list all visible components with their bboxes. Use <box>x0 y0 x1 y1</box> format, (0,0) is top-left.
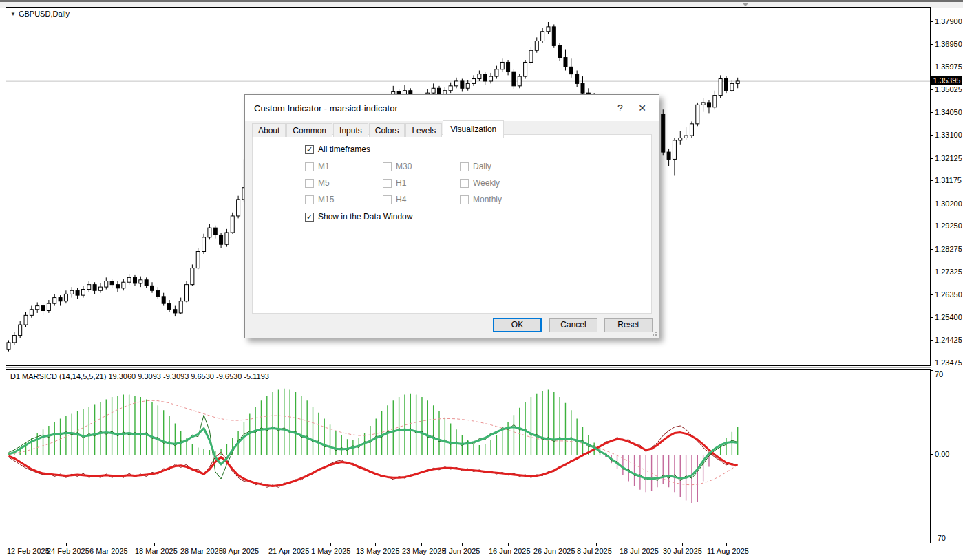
price-axis-tick <box>931 363 933 363</box>
time-axis-label: 6 Mar 2025 <box>89 547 128 555</box>
price-axis-tick <box>931 44 933 45</box>
time-axis-label: 24 Feb 2025 <box>47 547 89 555</box>
tab-visualization[interactable]: Visualization <box>443 120 504 138</box>
checkbox-m30: M30 <box>383 162 412 171</box>
time-axis-label: 23 May 2025 <box>402 547 446 555</box>
price-axis-label: 1.24425 <box>935 336 962 344</box>
price-axis-tick <box>931 272 933 272</box>
time-axis-label: 18 Jul 2025 <box>620 547 659 555</box>
close-icon[interactable]: ✕ <box>631 99 653 117</box>
checkbox-label: H4 <box>396 195 406 204</box>
checkbox-label: M5 <box>318 178 330 188</box>
price-axis-tick <box>931 204 933 204</box>
tab-common[interactable]: Common <box>286 123 332 137</box>
checkbox-checked-icon[interactable]: ✓ <box>305 213 314 222</box>
time-axis-tick <box>154 543 155 546</box>
checkbox-unchecked-icon <box>383 179 392 188</box>
price-axis-tick <box>931 21 933 22</box>
symbol-label[interactable]: ▼ GBPUSD,Daily <box>10 10 70 18</box>
price-axis-tick <box>931 112 933 113</box>
tab-colors[interactable]: Colors <box>369 123 405 137</box>
price-axis-tick <box>931 89 933 90</box>
price-axis-tick <box>931 249 933 250</box>
time-axis-label: 30 Jul 2025 <box>663 547 702 555</box>
time-axis-label: 4 Jun 2025 <box>443 547 480 555</box>
ok-button[interactable]: OK <box>493 318 542 332</box>
indicator-axis[interactable]: 700.00-70 <box>931 369 963 543</box>
visualization-tab-page: ✓ All timeframes M1 M30 Daily M5 H1 <box>252 134 652 314</box>
help-button[interactable]: ? <box>609 99 631 117</box>
price-axis-tick <box>931 340 933 341</box>
checkbox-label: M30 <box>396 162 412 171</box>
checkbox-daily: Daily <box>460 162 491 171</box>
time-axis-tick <box>375 543 376 546</box>
checkbox-unchecked-icon <box>305 162 314 171</box>
time-axis-tick <box>242 543 242 546</box>
time-axis-tick <box>726 543 727 546</box>
symbol-label-text: GBPUSD,Daily <box>19 10 70 18</box>
pane-separator[interactable] <box>6 367 931 368</box>
time-axis-tick <box>109 543 109 546</box>
resize-grip[interactable] <box>651 330 657 336</box>
checkbox-show-data-window[interactable]: ✓ Show in the Data Window <box>305 212 412 222</box>
checkbox-label: Daily <box>473 162 491 171</box>
checkbox-label: M15 <box>318 195 334 204</box>
price-axis-label: 1.33100 <box>935 131 962 139</box>
chart-shift-arrow-icon[interactable] <box>742 3 749 6</box>
tab-inputs[interactable]: Inputs <box>333 123 368 137</box>
cancel-button[interactable]: Cancel <box>549 318 597 332</box>
indicator-axis-tick <box>931 539 933 539</box>
checkbox-monthly: Monthly <box>460 195 502 204</box>
dialog-tabs: About Common Inputs Colors Levels Visual… <box>252 120 505 137</box>
indicator-chart[interactable] <box>6 370 930 543</box>
mt4-terminal-window: ▼ GBPUSD,Daily 1.379001.369501.359751.35… <box>0 0 963 560</box>
indicator-axis-label: 0.00 <box>935 450 949 458</box>
checkbox-unchecked-icon <box>383 162 392 171</box>
price-axis-label: 1.32125 <box>935 154 962 162</box>
time-axis-tick <box>596 543 597 546</box>
time-axis-label: 18 Mar 2025 <box>135 547 178 555</box>
time-axis-tick <box>462 543 463 546</box>
time-axis-label: 9 Apr 2025 <box>222 547 259 555</box>
indicator-label: D1 MARSICD (14,14,5,5,21) 19.3060 9.3093… <box>10 372 269 380</box>
checkbox-all-timeframes[interactable]: ✓ All timeframes <box>305 144 370 154</box>
checkbox-label: H1 <box>396 178 406 188</box>
indicator-pane[interactable]: D1 MARSICD (14,14,5,5,21) 19.3060 9.3093… <box>6 369 931 543</box>
price-axis-label: 1.34050 <box>935 108 962 116</box>
checkbox-m1: M1 <box>305 162 330 171</box>
price-axis-tick <box>931 67 933 67</box>
price-axis-label: 1.25400 <box>935 313 962 321</box>
checkbox-weekly: Weekly <box>460 178 500 188</box>
reset-button[interactable]: Reset <box>604 318 653 332</box>
checkbox-unchecked-icon <box>460 162 469 171</box>
dialog-title-bar[interactable]: Custom Indicator - marsicd-indicator ? ✕ <box>245 95 659 121</box>
price-axis-label: 1.35975 <box>935 63 962 71</box>
tab-levels[interactable]: Levels <box>405 123 442 137</box>
price-axis-tick <box>931 180 933 181</box>
symbol-dropdown-icon[interactable]: ▼ <box>10 11 16 17</box>
checkbox-h4: H4 <box>383 195 406 204</box>
time-axis-tick <box>288 543 288 546</box>
time-axis-label: 12 Feb 2025 <box>7 547 50 555</box>
time-axis-tick <box>639 543 639 546</box>
time-axis[interactable]: 12 Feb 202524 Feb 20256 Mar 202518 Mar 2… <box>6 543 955 560</box>
time-axis-label: 8 Jul 2025 <box>577 547 612 555</box>
price-axis-label: 1.36950 <box>935 40 962 48</box>
checkbox-h1: H1 <box>383 178 406 188</box>
dialog-button-row: OK Cancel Reset <box>245 318 659 332</box>
current-price-badge: 1.35395 <box>931 76 962 85</box>
checkbox-label: Weekly <box>473 178 500 188</box>
price-axis[interactable]: 1.379001.369501.359751.350251.340501.331… <box>931 7 963 366</box>
time-axis-label: 11 Aug 2025 <box>707 547 749 555</box>
time-axis-label: 1 May 2025 <box>311 547 350 555</box>
checkbox-label: Monthly <box>473 195 502 204</box>
tab-about[interactable]: About <box>252 123 286 137</box>
checkbox-checked-icon[interactable]: ✓ <box>305 145 314 154</box>
time-axis-tick <box>421 543 422 546</box>
dialog-title: Custom Indicator - marsicd-indicator <box>254 103 609 114</box>
price-axis-label: 1.35025 <box>935 85 962 94</box>
time-axis-tick <box>66 543 67 546</box>
checkbox-unchecked-icon <box>383 195 392 204</box>
time-axis-label: 13 May 2025 <box>356 547 400 555</box>
price-axis-label: 1.23475 <box>935 358 962 367</box>
